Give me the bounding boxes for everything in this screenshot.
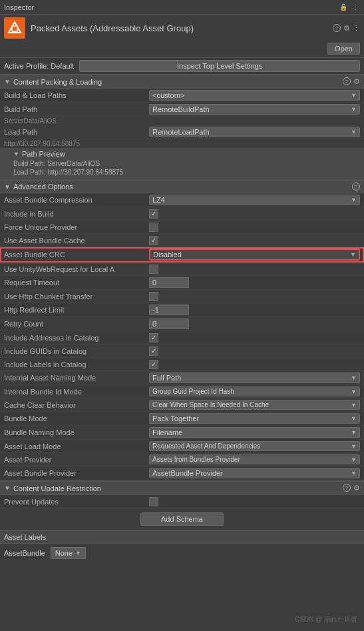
- update-gear-icon[interactable]: ⚙: [353, 484, 360, 492]
- asset-labels-content: AssetBundle None ▼: [0, 544, 364, 562]
- field-dropdown-16[interactable]: Pack Together ▼: [149, 413, 360, 424]
- field-row-19: Asset Provider Assets from Bundles Provi…: [0, 453, 364, 466]
- field-dropdown-13[interactable]: Full Path ▼: [149, 372, 360, 383]
- field-dropdown-17[interactable]: Filename ▼: [149, 427, 360, 438]
- load-path-label: Load Path: [4, 128, 149, 136]
- build-load-paths-value: <custom>: [152, 91, 184, 99]
- none-label: None: [55, 549, 73, 557]
- more-icon[interactable]: ⋮: [351, 3, 360, 12]
- build-path-row: Build Path RemoteBuildPath ▼: [0, 103, 364, 117]
- more-header-icon[interactable]: ⋮: [353, 24, 360, 33]
- field-checkbox-10[interactable]: [149, 333, 158, 342]
- field-dropdown-19[interactable]: Assets from Bundles Provider ▼: [149, 454, 360, 464]
- field-checkbox-2[interactable]: [149, 223, 158, 232]
- field-label-15: Cache Clear Behavior: [4, 401, 149, 409]
- prevent-updates-checkbox[interactable]: [149, 497, 158, 506]
- field-dropdown-20[interactable]: AssetBundle Provider ▼: [149, 468, 360, 478]
- field-label-16: Bundle Mode: [4, 414, 149, 422]
- open-button[interactable]: Open: [327, 43, 360, 55]
- dropdown-arrow-3: ▼: [351, 129, 357, 135]
- field-text-6[interactable]: [149, 277, 189, 288]
- field-row-12: Include Labels in Catalog: [0, 358, 364, 371]
- field-text-8[interactable]: [149, 305, 189, 315]
- help-icon[interactable]: ?: [333, 24, 341, 32]
- build-load-paths-dropdown[interactable]: <custom> ▼: [149, 90, 360, 101]
- field-row-18: Asset Load Mode Requested Asset And Depe…: [0, 440, 364, 453]
- field-label-17: Bundle Naming Mode: [4, 428, 149, 436]
- build-path-value-area: RemoteBuildPath ▼: [149, 104, 360, 115]
- field-dropdown-18[interactable]: Requested Asset And Dependencies ▼: [149, 441, 360, 451]
- none-dropdown[interactable]: None ▼: [51, 547, 86, 559]
- header-row: Packed Assets (Addressable Asset Group) …: [0, 15, 364, 41]
- field-checkbox-12[interactable]: [149, 360, 158, 369]
- load-path-sub: http://30.207.90.64:58875: [0, 139, 364, 148]
- update-help-icon[interactable]: ?: [343, 484, 351, 492]
- field-label-9: Retry Count: [4, 320, 149, 328]
- field-row-17: Bundle Naming Mode Filename ▼: [0, 426, 364, 440]
- field-checkbox-7[interactable]: [149, 292, 158, 301]
- field-label-3: Use Asset Bundle Cache: [4, 237, 149, 245]
- title-bar-title: Inspector: [4, 3, 34, 11]
- lock-icon[interactable]: 🔒: [339, 3, 348, 12]
- field-checkbox-1[interactable]: [149, 209, 158, 219]
- field-label-6: Request Timeout: [4, 279, 149, 287]
- field-label-7: Use Http Chunked Transfer: [4, 293, 149, 301]
- field-label-12: Include Labels in Catalog: [4, 360, 149, 368]
- field-checkbox-3[interactable]: [149, 236, 158, 245]
- field-label-8: Http Redirect Limit: [4, 306, 149, 314]
- content-packing-title: Content Packing & Loading: [13, 78, 102, 86]
- content-packing-header: ▼ Content Packing & Loading ? ⚙: [0, 75, 364, 89]
- field-dropdown-0[interactable]: LZ4 ▼: [149, 195, 360, 205]
- update-restriction-section: ▼ Content Update Restriction ? ⚙ Prevent…: [0, 480, 364, 508]
- title-bar-left: Inspector: [4, 3, 34, 11]
- settings-icon[interactable]: ⚙: [343, 24, 350, 33]
- field-checkbox-5[interactable]: [149, 265, 158, 274]
- field-row-10: Include Addresses in Catalog: [0, 331, 364, 344]
- field-label-1: Include in Build: [4, 210, 149, 218]
- build-load-paths-row: Build & Load Paths <custom> ▼: [0, 89, 364, 103]
- field-dropdown-14[interactable]: Group Guid Project Id Hash ▼: [149, 386, 360, 396]
- asset-labels-header: Asset Labels: [0, 530, 364, 544]
- add-schema-button[interactable]: Add Schema: [140, 512, 224, 526]
- section-gear-icon[interactable]: ⚙: [353, 77, 360, 86]
- field-checkbox-11[interactable]: [149, 346, 158, 356]
- svg-rect-1: [12, 26, 17, 31]
- watermark: CSDN @ 溺れた坏蛋: [295, 615, 357, 624]
- field-row-1: Include in Build: [0, 207, 364, 221]
- field-label-14: Internal Bundle Id Mode: [4, 388, 149, 396]
- prevent-updates-label: Prevent Updates: [4, 498, 149, 506]
- field-row-4: Asset Bundle CRC Disabled ▼: [0, 247, 364, 263]
- update-restriction-icons: ? ⚙: [343, 484, 360, 492]
- load-path-value: RemoteLoadPath: [152, 128, 210, 136]
- asset-bundle-label: AssetBundle: [4, 549, 45, 557]
- collapse-triangle[interactable]: ▼: [4, 78, 11, 85]
- section-help-icon[interactable]: ?: [343, 77, 351, 85]
- build-path-dropdown[interactable]: RemoteBuildPath ▼: [149, 104, 360, 115]
- field-row-5: Use UnityWebRequest for Local A: [0, 263, 364, 276]
- update-restriction-triangle[interactable]: ▼: [4, 484, 11, 492]
- title-bar-icons: 🔒 ⋮: [339, 3, 360, 12]
- build-load-paths-label: Build & Load Paths: [4, 91, 149, 99]
- title-bar: Inspector 🔒 ⋮: [0, 0, 364, 15]
- path-preview-load: Load Path: http://30.207.90.64:58875: [13, 168, 359, 177]
- field-label-4: Asset Bundle CRC: [4, 251, 149, 259]
- inspector-body: Packed Assets (Addressable Asset Group) …: [0, 15, 364, 562]
- path-preview-build: Build Path: ServerData/AliOS: [13, 159, 359, 168]
- build-path-label: Build Path: [4, 105, 149, 113]
- asset-labels-title: Asset Labels: [4, 533, 46, 541]
- field-dropdown-4[interactable]: Disabled ▼: [149, 249, 360, 261]
- advanced-help-icon[interactable]: ?: [352, 183, 360, 191]
- field-row-8: Http Redirect Limit: [0, 303, 364, 317]
- field-dropdown-15[interactable]: Clear When Space Is Needed In Cache ▼: [149, 400, 360, 410]
- load-path-row: Load Path RemoteLoadPath ▼: [0, 125, 364, 139]
- active-profile-row: Active Profile: Default Inspect Top Leve…: [0, 57, 364, 74]
- path-preview: ▼ Path Preview Build Path: ServerData/Al…: [0, 148, 364, 179]
- path-preview-triangle[interactable]: ▼: [13, 151, 19, 157]
- field-text-9[interactable]: [149, 318, 189, 329]
- field-row-2: Force Unique Provider: [0, 221, 364, 234]
- advanced-collapse-triangle[interactable]: ▼: [4, 183, 11, 191]
- load-path-dropdown[interactable]: RemoteLoadPath ▼: [149, 127, 360, 137]
- inspect-top-level-button[interactable]: Inspect Top Level Settings: [79, 60, 360, 72]
- advanced-help-icons: ?: [352, 183, 360, 191]
- content-packing-icons: ? ⚙: [343, 77, 360, 86]
